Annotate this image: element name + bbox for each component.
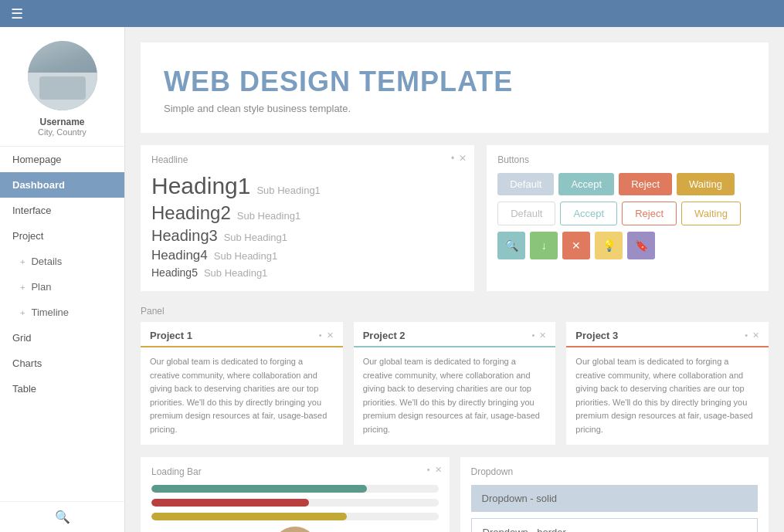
hero-title: WEB DESIGN TEMPLATE (164, 66, 745, 98)
profile-username: Username (39, 117, 84, 127)
panel2-title: Project 2 (363, 330, 406, 341)
panel3-controls: • ✕ (745, 330, 759, 341)
buttons-row-icons: 🔍 ↓ ✕ 💡 🔖 (497, 232, 758, 259)
panel2-dot-ctrl[interactable]: • (531, 330, 535, 341)
heading1-row: Heading1 Sub Heading1 (151, 173, 463, 199)
sidebar-item-homepage[interactable]: Homepage (0, 147, 124, 172)
dropdown-border-item[interactable]: Dropdown - border (471, 518, 759, 532)
sidebar-item-label-project: Project (12, 230, 43, 242)
heading5-sub: Sub Heading1 (204, 267, 267, 279)
avatar (28, 41, 97, 110)
panel-project1: Project 1 • ✕ Our global team is dedicat… (141, 322, 343, 445)
sidebar-item-label-details: Details (31, 256, 62, 267)
heading2-sub: Sub Heading1 (237, 210, 300, 222)
reject-solid-button[interactable]: Reject (619, 173, 672, 195)
light-icon-button[interactable]: 💡 (595, 232, 623, 259)
close-icon-button[interactable]: ✕ (562, 232, 590, 259)
buttons-row-outline: Default Accept Reject Waiting (497, 202, 758, 225)
panel-project2: Project 2 • ✕ Our global team is dedicat… (354, 322, 556, 445)
bar-row-3 (151, 513, 439, 520)
panel2-body: Our global team is dedicated to forging … (354, 347, 556, 445)
heading5: Heading5 (151, 266, 198, 279)
default-solid-button[interactable]: Default (497, 173, 554, 195)
panel3-title: Project 3 (575, 330, 618, 341)
bar-row-2 (151, 499, 439, 507)
reject-outline-button[interactable]: Reject (622, 202, 677, 225)
dropdown-section: Dropdown Dropdown - solid Dropdown - bor… (460, 457, 769, 532)
sidebar-item-label-dashboard: Dashboard (12, 179, 65, 191)
sidebar-item-label-charts: Charts (12, 357, 42, 369)
loading-section: Loading Bar • ✕ (141, 457, 450, 532)
default-outline-button[interactable]: Default (497, 202, 555, 225)
panel2-header: Project 2 • ✕ (354, 322, 556, 347)
headline-dot-ctrl[interactable]: • (451, 153, 454, 164)
buttons-section: Buttons Default Accept Reject Waiting De… (487, 145, 769, 291)
heading2: Heading2 (151, 202, 231, 224)
sidebar-item-label-interface: Interface (12, 205, 52, 216)
sidebar-item-details[interactable]: + Details (0, 249, 124, 274)
panel1-controls: • ✕ (319, 330, 334, 341)
sidebar-item-label-grid: Grid (12, 332, 32, 344)
sidebar-item-label-plan: Plan (31, 281, 51, 293)
profile-city: City, Country (38, 127, 87, 137)
sidebar-nav: HomepageDashboardInterfaceProject+ Detai… (0, 147, 124, 501)
panel3-x-ctrl[interactable]: ✕ (752, 330, 759, 341)
panel1-dot-ctrl[interactable]: • (319, 330, 322, 341)
download-icon-button[interactable]: ↓ (530, 232, 558, 259)
buttons-row-solid: Default Accept Reject Waiting (497, 173, 758, 195)
waiting-outline-button[interactable]: Waiting (681, 202, 741, 225)
sidebar-item-interface[interactable]: Interface (0, 198, 124, 223)
sidebar: Username City, Country HomepageDashboard… (0, 27, 125, 532)
heading3: Heading3 (151, 227, 218, 245)
heading1: Heading1 (151, 173, 250, 199)
panel1-body: Our global team is dedicated to forging … (141, 347, 343, 445)
panel3-body: Our global team is dedicated to forging … (566, 347, 769, 445)
heading2-row: Heading2 Sub Heading1 (151, 202, 463, 224)
heading4-row: Heading4 Sub Heading1 (151, 248, 463, 263)
sidebar-item-timeline[interactable]: + Timeline (0, 300, 124, 325)
sidebar-search-area: 🔍 (0, 501, 124, 532)
loading-x-ctrl[interactable]: ✕ (435, 465, 442, 475)
sidebar-item-plan[interactable]: + Plan (0, 274, 124, 300)
panel1-title: Project 1 (150, 330, 192, 341)
hero-subtitle: Simple and clean style business template… (164, 103, 745, 114)
sidebar-item-dashboard[interactable]: Dashboard (0, 172, 124, 198)
panel1-x-ctrl[interactable]: ✕ (327, 330, 334, 341)
heading3-sub: Sub Heading1 (224, 232, 287, 243)
panel3-dot-ctrl[interactable]: • (745, 330, 748, 341)
heading4-sub: Sub Heading1 (214, 250, 277, 262)
bookmark-icon-button[interactable]: 🔖 (627, 232, 655, 259)
heading3-row: Heading3 Sub Heading1 (151, 227, 463, 245)
sidebar-item-label-table: Table (12, 383, 36, 395)
heading4: Heading4 (151, 248, 208, 263)
sidebar-item-table[interactable]: Table (0, 376, 124, 402)
bar-row-1 (151, 485, 439, 493)
menu-icon[interactable]: ☰ (11, 5, 23, 22)
buttons-label: Buttons (497, 154, 758, 165)
heading5-row: Heading5 Sub Heading1 (151, 266, 463, 279)
topbar: ☰ (0, 0, 784, 27)
headline-section: Headline • ✕ Heading1 Sub Heading1 Headi… (141, 145, 474, 291)
panel2-x-ctrl[interactable]: ✕ (539, 330, 546, 341)
hero-section: WEB DESIGN TEMPLATE Simple and clean sty… (141, 42, 769, 133)
sidebar-item-label-homepage: Homepage (12, 154, 62, 165)
sidebar-item-grid[interactable]: Grid (0, 325, 124, 351)
sidebar-item-charts[interactable]: Charts (0, 351, 124, 376)
loading-label: Loading Bar (151, 466, 439, 477)
panel2-controls: • ✕ (531, 330, 546, 341)
dropdown-solid-item[interactable]: Dropdown - solid (471, 485, 759, 512)
headline-x-ctrl[interactable]: ✕ (459, 153, 467, 164)
accept-solid-button[interactable]: Accept (558, 173, 614, 195)
search-button[interactable]: 🔍 (55, 510, 70, 524)
sidebar-item-project[interactable]: Project (0, 223, 124, 249)
search-icon-button[interactable]: 🔍 (497, 232, 525, 259)
headline-controls: • ✕ (451, 153, 467, 164)
accept-outline-button[interactable]: Accept (560, 202, 617, 225)
main-content: WEB DESIGN TEMPLATE Simple and clean sty… (125, 27, 784, 532)
bottom-row: Loading Bar • ✕ (141, 457, 769, 532)
dropdown-label: Dropdown (471, 466, 759, 477)
loading-bars (151, 485, 439, 520)
waiting-solid-button[interactable]: Waiting (677, 173, 735, 195)
panels-row: Project 1 • ✕ Our global team is dedicat… (141, 322, 769, 445)
loading-dot-ctrl[interactable]: • (427, 465, 430, 475)
